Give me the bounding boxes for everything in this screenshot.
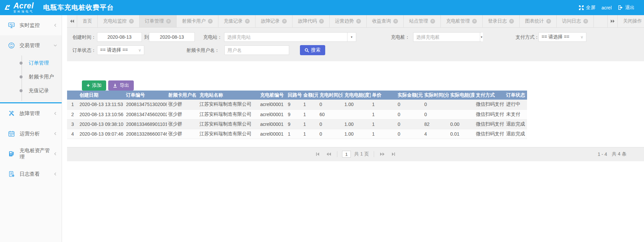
sidebar-item-transaction-mgmt[interactable]: 交易管理 [0, 35, 62, 56]
tab-item[interactable]: 充值记录× [218, 15, 255, 27]
column-header[interactable]: 实际金额(元) [396, 91, 423, 100]
column-header[interactable]: 充电站名称 [198, 91, 259, 100]
column-header[interactable]: 订单编号 [125, 91, 167, 100]
sidebar-item-recharge-records[interactable]: 充值记录 [0, 84, 62, 98]
tab-close-icon[interactable]: × [129, 19, 134, 24]
tab-item[interactable]: 收益查询× [367, 15, 404, 27]
table-cell: 9 [286, 109, 302, 119]
sidebar-subitem-label: 射频卡用户 [29, 74, 54, 80]
tab-item[interactable]: 故障记录× [255, 15, 293, 27]
tab-item[interactable]: 运营趋势× [330, 15, 367, 27]
add-button[interactable]: + 添加 [82, 80, 106, 91]
column-header[interactable]: 回路号 [286, 91, 302, 100]
sidebar-item-rfid-users[interactable]: 射频卡用户 [0, 70, 62, 84]
tab-list: 首页充电站监控×订单管理×射频卡用户×充值记录×故障记录×故障代码×运营趋势×收… [77, 15, 594, 27]
column-header[interactable]: 充电时间(分) [318, 91, 343, 100]
tab-item[interactable]: 充电站监控× [98, 15, 140, 27]
table-row[interactable]: 42020-08-13 09:07:462008133286600746张少群江… [67, 129, 527, 139]
table-row[interactable]: 12020-08-13 13:11:532008134751302008张少群江… [67, 100, 527, 109]
tab-label: 首页 [83, 18, 92, 24]
table-toolbar: + 添加 导出 [67, 61, 644, 91]
column-header[interactable]: 射频卡用户名 [167, 91, 198, 100]
tab-close-icon[interactable]: × [208, 19, 213, 24]
table-cell: 2008134751302008 [125, 100, 167, 109]
station-combobox[interactable]: ▼ [224, 32, 356, 42]
tab-item[interactable]: 故障代码× [293, 15, 330, 27]
first-page-button[interactable] [314, 150, 321, 158]
last-page-button[interactable] [390, 150, 397, 158]
pay-method-value: == 请选择 == [542, 34, 569, 40]
tab-item[interactable]: 站点管理× [404, 15, 441, 27]
pay-method-select[interactable]: == 请选择 == ∨ [539, 32, 586, 42]
column-header[interactable]: 充电桩编号 [259, 91, 286, 100]
tab-item[interactable]: 首页 [77, 15, 98, 27]
sidebar-item-fault-mgmt[interactable]: 故障管理 [0, 103, 62, 124]
tab-label: 访问日志 [562, 18, 581, 24]
bullet-dot-icon [20, 75, 23, 78]
column-header[interactable] [67, 91, 78, 100]
close-operations-menu[interactable]: 关闭操作 [617, 15, 644, 27]
tab-item[interactable]: 射频卡用户× [177, 15, 218, 27]
rfid-user-input[interactable] [224, 45, 289, 55]
table-row[interactable]: 22020-08-13 13:10:562008134745602002张少群江… [67, 109, 527, 119]
logout-button[interactable]: 退出 [618, 5, 635, 11]
fullscreen-button[interactable]: 全屏 [579, 5, 595, 11]
date-from-input[interactable] [97, 32, 142, 42]
column-header[interactable]: 单价 [371, 91, 396, 100]
column-header[interactable]: 实际电能(度) [449, 91, 474, 100]
tab-close-icon[interactable]: × [319, 19, 324, 24]
pile-combobox[interactable]: ▼ [413, 32, 481, 42]
orders-table: 创建日期订单编号射频卡用户名充电站名称充电桩编号回路号金额(元充电时间(分)充电… [67, 91, 527, 139]
charging-pile-icon [8, 150, 15, 157]
pile-input[interactable] [413, 33, 480, 41]
username[interactable]: acrel [602, 5, 612, 10]
column-header[interactable]: 实际时间(分) [423, 91, 449, 100]
tab-close-icon[interactable]: × [282, 19, 287, 24]
combo-arrow-icon[interactable]: ▼ [480, 33, 483, 41]
tab-close-icon[interactable]: × [546, 19, 551, 24]
logout-label: 退出 [625, 5, 635, 11]
next-page-button[interactable] [379, 150, 386, 158]
page-number-input[interactable] [342, 151, 351, 158]
station-input[interactable] [224, 33, 347, 41]
column-header[interactable]: 充电电能(度) [343, 91, 371, 100]
sidebar-item-log-viewer[interactable]: 日志查看 [0, 164, 62, 184]
acrel-logo-icon [3, 3, 12, 12]
tab-close-icon[interactable]: × [509, 19, 514, 24]
prev-page-button[interactable] [325, 150, 332, 158]
tabs-scroll-left-button[interactable] [67, 15, 77, 27]
table-cell: 0 [318, 119, 343, 129]
table-cell: acrel00001 [259, 109, 286, 119]
tab-item[interactable]: 登录日志× [483, 15, 520, 27]
combo-arrow-icon[interactable]: ▼ [347, 33, 356, 41]
column-header[interactable]: 支付方式 [474, 91, 505, 100]
table-cell: 江苏安科瑞制造有限公司 [198, 129, 259, 139]
rfid-user-label: 射频卡用户名： [186, 45, 219, 55]
sidebar-item-realtime-monitor[interactable]: 实时监控 [0, 15, 62, 35]
tab-close-icon[interactable]: × [393, 19, 398, 24]
tab-close-icon[interactable]: × [430, 19, 435, 24]
sidebar-item-order-mgmt[interactable]: 订单管理 [0, 56, 62, 70]
tabs-scroll-right-button[interactable] [607, 15, 617, 27]
table-cell: 2020-08-13 09:38:10 [78, 119, 125, 129]
tab-item[interactable]: 图表统计× [520, 15, 557, 27]
tab-close-icon[interactable]: × [472, 19, 477, 24]
column-header[interactable]: 金额(元 [302, 91, 318, 100]
tab-close-icon[interactable]: × [166, 19, 171, 24]
sidebar-item-operation-analysis[interactable]: 运营分析 [0, 124, 62, 144]
date-to-input[interactable] [149, 32, 195, 42]
tab-close-icon[interactable]: × [356, 19, 361, 24]
sidebar-item-pile-assets[interactable]: 充电桩资产管理 [0, 144, 62, 164]
tab-close-icon[interactable]: × [583, 19, 588, 24]
tab-close-icon[interactable]: × [245, 19, 250, 24]
column-header[interactable]: 订单状态 [505, 91, 527, 100]
table-row[interactable]: 32020-08-13 09:38:102008133468901101张少群江… [67, 119, 527, 129]
column-header[interactable]: 创建日期 [78, 91, 125, 100]
tab-item[interactable]: 访问日志× [557, 15, 594, 27]
export-button[interactable]: 导出 [108, 80, 134, 91]
order-status-select[interactable]: == 请选择 == ∨ [97, 45, 144, 55]
tab-item[interactable]: 充电桩管理× [441, 15, 483, 27]
search-button[interactable]: 搜索 [300, 45, 325, 55]
tab-item[interactable]: 订单管理× [140, 15, 177, 27]
table-cell: 张少群 [167, 100, 198, 109]
